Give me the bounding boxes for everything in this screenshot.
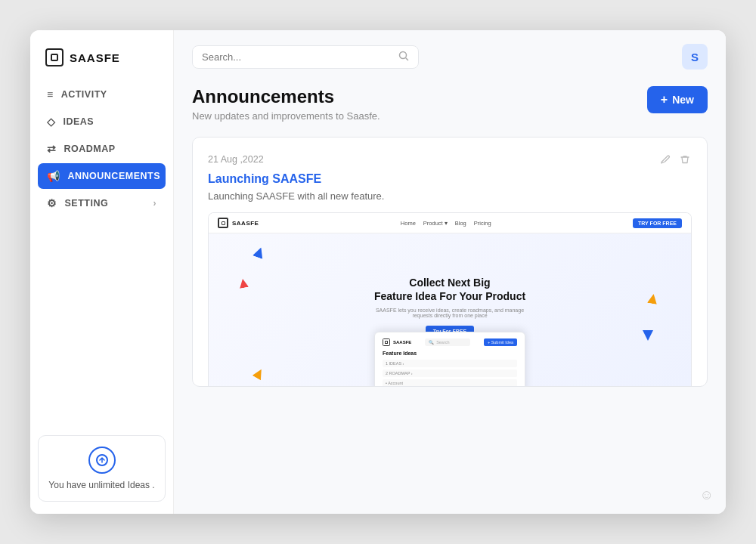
roadmap-icon: ⇄ <box>47 143 57 155</box>
search-icon <box>398 51 409 63</box>
nav-blog: Blog <box>455 220 466 227</box>
activity-icon: ≡ <box>47 88 54 100</box>
sidebar-item-ideas[interactable]: ◇ IDEAS <box>38 109 166 134</box>
setting-icon: ⚙ <box>47 197 57 209</box>
upgrade-box: You have unlimited Ideas . <box>38 435 166 502</box>
hero-subtitle: SAASFE lets you receive ideas, create ro… <box>374 308 525 318</box>
sidebar-item-activity[interactable]: ≡ ACTIVITY <box>38 82 166 107</box>
sidebar-item-announcements[interactable]: 📢 ANNOUNCEMENTS <box>38 163 166 189</box>
sub-idea-button: + Submit Idea <box>484 338 517 346</box>
browser-logo-text: SAASFE <box>232 220 259 227</box>
search-wrap[interactable] <box>192 45 419 69</box>
page-header-left: Announcements New updates and improvemen… <box>192 86 380 122</box>
sub-search-text: Search <box>436 340 449 345</box>
announcement-card: 21 Aug ,2022 La <box>192 137 708 387</box>
ideas-icon: ◇ <box>47 116 56 128</box>
logo-icon <box>45 48 64 66</box>
sidebar-item-label: ANNOUNCEMENTS <box>68 171 160 181</box>
emoji-button[interactable]: ☺ <box>700 487 714 503</box>
shape-blue-2 <box>643 330 653 341</box>
sub-search: 🔍 Search <box>425 338 470 346</box>
new-button-label: New <box>672 94 694 106</box>
try-button: TRY FOR FREE <box>633 218 682 228</box>
page-header: Announcements New updates and improvemen… <box>192 86 708 122</box>
sidebar-item-label: SETTING <box>65 198 109 209</box>
chevron-right-icon: › <box>153 198 157 209</box>
shape-yellow-1 <box>647 293 658 304</box>
sidebar: SAASFE ≡ ACTIVITY ◇ IDEAS ⇄ ROADMAP 📢 AN… <box>30 30 174 514</box>
sub-logo: SAASFE <box>383 338 411 346</box>
edit-button[interactable] <box>658 153 672 166</box>
preview-image: SAASFE Home Product ▾ Blog Pricing TRY F… <box>208 212 692 386</box>
browser-bar: SAASFE Home Product ▾ Blog Pricing TRY F… <box>209 213 691 233</box>
main-content: S Announcements New updates and improvem… <box>174 30 726 514</box>
card-top: 21 Aug ,2022 <box>208 153 692 166</box>
browser-hero: Collect Next BigFeature Idea For Your Pr… <box>209 233 691 386</box>
topbar: S <box>174 30 726 79</box>
card-title[interactable]: Launching SAASFE <box>208 172 692 186</box>
hero-title: Collect Next BigFeature Idea For Your Pr… <box>374 276 525 303</box>
shape-red <box>238 278 249 289</box>
sidebar-item-label: ROADMAP <box>64 144 116 154</box>
browser-logo: SAASFE <box>218 218 259 228</box>
sub-logo-text: SAASFE <box>393 340 411 345</box>
card-actions <box>658 153 692 166</box>
search-input[interactable] <box>202 51 392 63</box>
sub-window-bar: SAASFE 🔍 Search + Submit Idea <box>383 338 517 346</box>
sidebar-nav: ≡ ACTIVITY ◇ IDEAS ⇄ ROADMAP 📢 ANNOUNCEM… <box>30 82 173 435</box>
shape-yellow-2 <box>253 367 266 381</box>
sub-items: 1 IDEAS › 2 ROADMAP › • Account <box>383 360 517 386</box>
upgrade-icon <box>88 447 116 474</box>
page-subtitle: New updates and improvements to Saasfe. <box>192 110 380 122</box>
nav-pricing: Pricing <box>474 220 491 227</box>
content-area: Announcements New updates and improvemen… <box>174 79 726 514</box>
announcements-icon: 📢 <box>47 170 60 182</box>
browser-nav: Home Product ▾ Blog Pricing <box>401 220 491 227</box>
sub-search-icon: 🔍 <box>429 340 434 345</box>
delete-button[interactable] <box>678 153 692 166</box>
page-title: Announcements <box>192 86 380 107</box>
preview-browser: SAASFE Home Product ▾ Blog Pricing TRY F… <box>209 213 691 386</box>
nav-product: Product ▾ <box>423 220 448 227</box>
card-description: Launching SAASFE with all new feature. <box>208 190 692 202</box>
emoji-bar: ☺ <box>700 487 714 503</box>
sub-item: • Account <box>383 379 517 386</box>
sub-window-title: Feature Ideas <box>383 351 517 356</box>
plus-icon: + <box>661 94 668 106</box>
card-date: 21 Aug ,2022 <box>208 154 264 165</box>
svg-point-1 <box>400 51 407 58</box>
nav-home: Home <box>401 220 416 227</box>
sub-item: 1 IDEAS › <box>383 360 517 367</box>
new-button[interactable]: + New <box>647 86 708 113</box>
sub-item: 2 ROADMAP › <box>383 369 517 377</box>
sidebar-item-roadmap[interactable]: ⇄ ROADMAP <box>38 136 166 162</box>
sidebar-item-label: ACTIVITY <box>61 89 107 100</box>
avatar[interactable]: S <box>682 44 708 70</box>
shape-blue-1 <box>253 246 266 259</box>
sub-window: SAASFE 🔍 Search + Submit Idea Feature Id… <box>374 332 525 386</box>
sidebar-item-label: IDEAS <box>64 116 94 127</box>
upgrade-text: You have unlimited Ideas . <box>48 480 154 490</box>
app-logo: SAASFE <box>30 30 173 82</box>
sidebar-item-setting[interactable]: ⚙ SETTING › <box>38 190 166 216</box>
app-name: SAASFE <box>70 51 120 64</box>
